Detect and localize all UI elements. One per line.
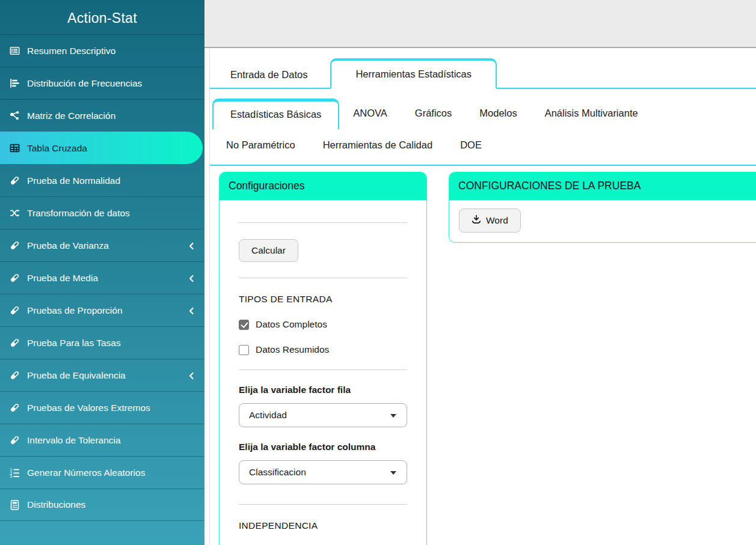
input-types-heading: TIPOS DE ENTRADA	[239, 294, 407, 305]
col-factor-select[interactable]: Classificacion	[239, 460, 407, 484]
shuffle-icon	[10, 208, 21, 218]
row-factor-label: Elija la variable factor fila	[239, 385, 407, 395]
sidebar-item-label: Transformación de datos	[27, 208, 130, 219]
checkbox-row-datos-resumidos[interactable]: Datos Resumidos	[239, 344, 407, 355]
tab-modelos[interactable]: Modelos	[466, 99, 530, 128]
tab-analisis-multivariante[interactable]: Análisis Multivariante	[531, 99, 652, 128]
independence-heading: INDEPENDENCIA	[239, 520, 407, 531]
sidebar-item-prueba-para-las-tasas[interactable]: Prueba Para las Tasas	[0, 326, 204, 359]
sidebar-item-pruebas-de-valores-extremos[interactable]: Pruebas de Valores Extremos	[0, 391, 204, 424]
sidebar-item-label: Prueba de Media	[27, 273, 98, 284]
vial-icon	[10, 240, 21, 251]
chevron-left-icon	[188, 242, 196, 250]
configurations-panel-body: Calcular TIPOS DE ENTRADA Datos Completo…	[220, 222, 426, 543]
vial-icon	[10, 273, 21, 283]
secondary-tabbar: Estadísticas BásicasANOVAGráficosModelos…	[210, 99, 756, 166]
configurations-panel: Configuraciones Calcular TIPOS DE ENTRAD…	[219, 172, 427, 545]
sidebar-item-label: Generar Números Aleatorios	[27, 467, 145, 478]
main-content: Entrada de DatosHerramientas Estadística…	[204, 0, 756, 545]
sidebar-item-intervalo-de-tolerancia[interactable]: Intervalo de Tolerancia	[0, 424, 204, 456]
top-toolbar-strip	[204, 0, 756, 48]
sidebar-item-label: Resumen Descriptivo	[27, 46, 115, 56]
sidebar-item-label: Prueba de Equivalencia	[27, 370, 126, 381]
sidebar-item-label: Prueba de Normalidad	[27, 175, 120, 186]
vial-icon	[10, 435, 21, 445]
network-icon	[10, 111, 21, 121]
checkbox-label: Datos Completos	[256, 319, 327, 330]
chevron-left-icon	[188, 274, 196, 282]
calculate-button[interactable]: Calcular	[239, 239, 298, 262]
bar-chart-icon	[10, 78, 21, 88]
sidebar-item-label: Matriz de Correlación	[27, 111, 115, 121]
sidebar-item-distribucion-de-frecuencias[interactable]: Distribución de Frecuencias	[0, 67, 204, 99]
sidebar: Action-Stat Resumen DescriptivoDistribuc…	[0, 0, 204, 545]
checkbox-row-datos-completos[interactable]: Datos Completos	[239, 319, 407, 330]
tab-anova[interactable]: ANOVA	[339, 99, 401, 128]
app-window: Action-Stat Resumen DescriptivoDistribuc…	[0, 0, 756, 545]
sidebar-item-resumen-descriptivo[interactable]: Resumen Descriptivo	[0, 34, 204, 67]
test-configurations-panel-body: Word	[449, 200, 756, 242]
sidebar-item-label: Pruebas de Valores Extremos	[27, 403, 150, 413]
divider	[239, 370, 407, 370]
vial-icon	[10, 175, 21, 186]
divider	[239, 222, 407, 223]
tab-graficos[interactable]: Gráficos	[401, 99, 466, 128]
vial-icon	[10, 403, 21, 413]
test-configurations-panel-header: CONFIGURACIONES DE LA PRUEBA	[449, 172, 756, 200]
col-factor-label: Elija la variable factor columna	[239, 442, 407, 452]
content-card: Entrada de DatosHerramientas Estadística…	[209, 48, 756, 545]
list-ol-icon: 123	[10, 467, 21, 478]
divider	[239, 278, 407, 278]
svg-text:3: 3	[10, 474, 12, 478]
sidebar-item-transformacion-de-datos[interactable]: Transformación de datos	[0, 196, 204, 229]
checkbox-checked[interactable]	[239, 320, 249, 330]
card-list-icon	[10, 46, 21, 56]
sidebar-item-label: Intervalo de Tolerancia	[27, 435, 121, 446]
word-export-button[interactable]: Word	[459, 209, 521, 233]
sidebar-item-generar-numeros-aleatorios[interactable]: 123Generar Números Aleatorios	[0, 456, 204, 489]
configurations-panel-header: Configuraciones	[220, 172, 426, 200]
download-icon	[472, 215, 481, 227]
sidebar-item-label: Prueba de Varianza	[27, 240, 109, 251]
sidebar-item-prueba-de-equivalencia[interactable]: Prueba de Equivalencia	[0, 359, 204, 391]
row-factor-select[interactable]: Actividad	[239, 403, 407, 427]
tab-herramientas-de-calidad[interactable]: Herramientas de Calidad	[309, 130, 447, 160]
sidebar-item-label: Distribución de Frecuencias	[27, 78, 142, 89]
tab-entrada-de-datos[interactable]: Entrada de Datos	[212, 62, 325, 88]
calculator-icon	[10, 500, 21, 510]
tab-no-parametrico[interactable]: No Paramétrico	[212, 130, 309, 160]
sidebar-item-pruebas-de-proporcion[interactable]: Pruebas de Proporción	[0, 294, 204, 326]
test-configurations-panel: CONFIGURACIONES DE LA PRUEBA Word	[449, 172, 756, 243]
tab-estadisticas-basicas[interactable]: Estadísticas Básicas	[212, 99, 339, 129]
sidebar-item-label: Pruebas de Proporción	[27, 305, 123, 316]
col-factor-value: Classificacion	[249, 467, 306, 478]
sidebar-item-label: Distribuciones	[27, 499, 85, 510]
checkbox-unchecked[interactable]	[239, 345, 249, 355]
vial-icon	[10, 338, 21, 348]
sidebar-item-prueba-de-normalidad[interactable]: Prueba de Normalidad	[0, 164, 204, 196]
sidebar-item-tabla-cruzada[interactable]: Tabla Cruzada	[0, 132, 203, 164]
table-icon	[10, 143, 21, 153]
chevron-left-icon	[188, 306, 196, 315]
panels-row: Configuraciones Calcular TIPOS DE ENTRAD…	[219, 172, 756, 545]
row-factor-value: Actividad	[249, 410, 287, 421]
sidebar-item-prueba-de-media[interactable]: Prueba de Media	[0, 261, 204, 294]
app-title: Action-Stat	[0, 0, 204, 34]
sidebar-item-label: Prueba Para las Tasas	[27, 338, 121, 349]
tab-herramientas-estadisticas[interactable]: Herramientas Estadísticas	[330, 58, 497, 89]
divider	[239, 504, 407, 505]
sidebar-item-matriz-de-correlacion[interactable]: Matriz de Correlación	[0, 99, 204, 132]
chevron-left-icon	[188, 371, 196, 380]
vial-icon	[10, 305, 21, 315]
sidebar-item-label: Tabla Cruzada	[27, 143, 87, 154]
sidebar-item-distribuciones[interactable]: Distribuciones	[0, 489, 204, 521]
primary-tabbar: Entrada de DatosHerramientas Estadística…	[210, 48, 756, 89]
tab-doe[interactable]: DOE	[446, 130, 496, 160]
word-export-label: Word	[486, 215, 508, 226]
vial-icon	[10, 370, 21, 380]
checkbox-label: Datos Resumidos	[256, 344, 329, 355]
sidebar-item-prueba-de-varianza[interactable]: Prueba de Varianza	[0, 229, 204, 261]
sidebar-nav: Resumen DescriptivoDistribución de Frecu…	[0, 34, 204, 521]
